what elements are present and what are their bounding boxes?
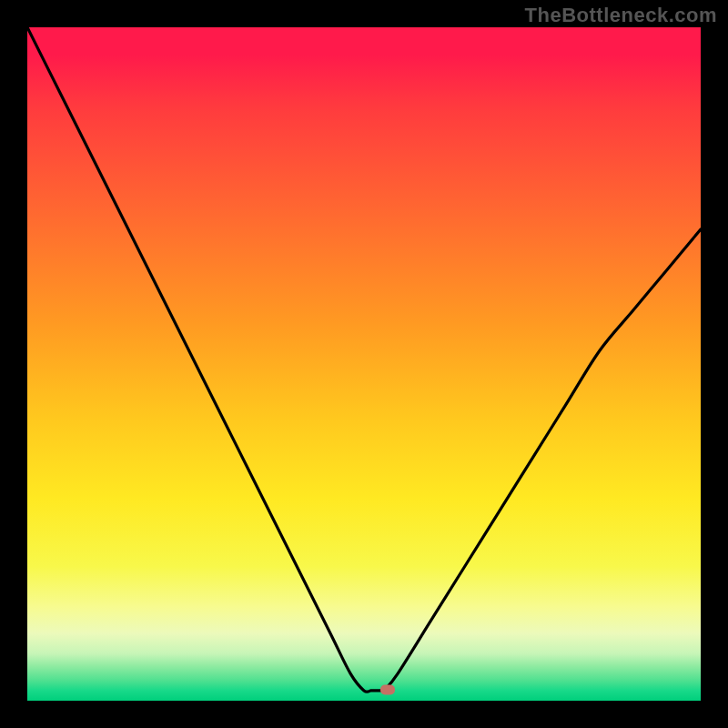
chart-frame: TheBottleneck.com — [0, 0, 728, 728]
minimum-marker-icon — [380, 685, 395, 695]
plot-area — [27, 27, 701, 701]
curve-line — [27, 27, 701, 692]
bottleneck-curve — [27, 27, 701, 701]
watermark-text: TheBottleneck.com — [525, 4, 717, 27]
